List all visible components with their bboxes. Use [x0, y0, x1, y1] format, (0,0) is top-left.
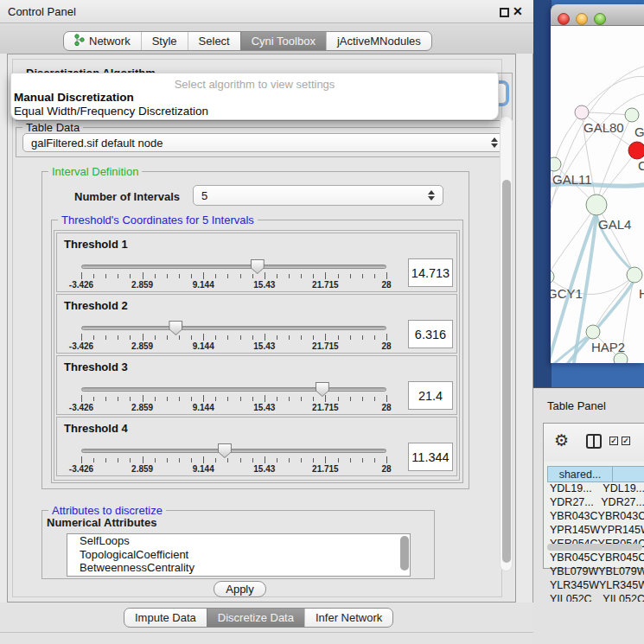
network-node[interactable]: [575, 105, 589, 119]
network-node[interactable]: [628, 142, 644, 159]
top-tabs: NetworkStyleSelectCyni ToolboxjActiveMNo…: [63, 31, 432, 51]
tab-style[interactable]: Style: [141, 32, 188, 50]
threshold-value-field[interactable]: 6.316: [408, 320, 453, 348]
list-item[interactable]: TopologicalCoefficient: [67, 548, 410, 562]
tick-mark: [143, 395, 143, 402]
threshold-panel: Threshold 3-3.4262.8599.14415.4321.71528…: [56, 355, 457, 415]
tick-mark: [203, 456, 204, 463]
numerical-attributes-list[interactable]: SelfLoopsTopologicalCoefficientBetweenne…: [67, 533, 411, 577]
network-node[interactable]: [586, 194, 607, 215]
network-canvas[interactable]: GAL80GAGAL11CGAL4GCY1HHAP2: [551, 26, 644, 363]
node-label: GAL11: [552, 172, 592, 187]
tab-jactivemnodules[interactable]: jActiveMNodules: [326, 32, 431, 50]
list-scrollbar[interactable]: [400, 536, 409, 571]
tab-select[interactable]: Select: [188, 32, 240, 50]
table-column-header[interactable]: name: [613, 466, 644, 482]
network-node[interactable]: [586, 325, 600, 339]
algorithm-popup-item[interactable]: Manual Discretization: [14, 91, 134, 104]
table-toolbar: ⚙ ✓ ✓: [544, 424, 644, 462]
tick-mark: [191, 274, 192, 278]
table-row[interactable]: YLR345WYLR345W: [547, 579, 644, 593]
tick-mark: [252, 274, 253, 278]
thresholds-group: Threshold's Coordinates for 5 Intervals …: [51, 220, 463, 483]
slider-track[interactable]: [81, 449, 386, 453]
split-columns-icon[interactable]: [586, 434, 602, 449]
tick-mark: [105, 458, 106, 462]
tick-label: 2.859: [117, 464, 169, 474]
table-row[interactable]: YIL052CYIL052C: [547, 593, 644, 602]
tick-mark: [227, 335, 228, 340]
control-panel-titlebar: Control Panel ✕: [0, 0, 533, 23]
table-row[interactable]: YDR27...YDR27...: [547, 496, 644, 510]
node-label: C: [638, 158, 644, 173]
node-label: HAP2: [591, 340, 625, 354]
table-row[interactable]: YBR043CYBR043C: [547, 510, 644, 524]
table-horizontal-scrollbar[interactable]: [547, 544, 642, 551]
network-node[interactable]: [551, 157, 561, 171]
checkbox-checked-icon[interactable]: ✓: [609, 437, 618, 445]
list-item[interactable]: BetweennessCentrality: [67, 561, 410, 575]
slider-thumb[interactable]: [316, 382, 329, 397]
table-data-label: Table Data: [22, 121, 83, 134]
network-node[interactable]: [627, 267, 642, 283]
float-window-icon[interactable]: [500, 8, 509, 17]
close-icon[interactable]: ✕: [513, 4, 523, 18]
tab-cyni-toolbox[interactable]: Cyni Toolbox: [240, 32, 326, 50]
tick-mark: [265, 456, 265, 463]
threshold-panel: Threshold 4-3.4262.8599.14415.4321.71528…: [56, 417, 457, 476]
close-traffic-light-icon[interactable]: [558, 13, 570, 25]
algorithm-popup-item[interactable]: Equal Width/Frequency Discretization: [14, 105, 208, 118]
table-data-combobox-value: galFiltered.sif default node: [31, 137, 163, 150]
slider-track[interactable]: [81, 387, 386, 392]
checkbox-checked-icon[interactable]: ✓: [622, 437, 630, 445]
control-panel-scrollbar[interactable]: [500, 116, 513, 571]
slider-track[interactable]: [81, 265, 386, 269]
tick-mark: [179, 458, 180, 462]
slider-thumb[interactable]: [218, 443, 232, 458]
tick-label: 9.144: [177, 464, 229, 474]
threshold-value-field[interactable]: 11.344: [408, 443, 453, 471]
tick-mark: [105, 335, 106, 340]
slider-track[interactable]: [81, 326, 386, 330]
numerical-attributes-label: Numerical Attributes: [47, 516, 156, 529]
table-column-header[interactable]: shared...: [547, 466, 613, 482]
tab-network[interactable]: Network: [64, 32, 141, 50]
tab-impute-data[interactable]: Impute Data: [124, 609, 207, 627]
gear-icon[interactable]: ⚙: [554, 432, 569, 449]
table-cell: YBR043C: [598, 510, 644, 524]
algorithm-dropdown-popup: Select algorithm to view settings Manual…: [10, 73, 499, 120]
window-shadow-strip: [533, 0, 552, 387]
slider-thumb[interactable]: [169, 321, 182, 335]
tick-mark: [227, 458, 228, 462]
list-item[interactable]: SelfLoops: [67, 534, 410, 548]
tick-mark: [338, 397, 339, 401]
table-header: shared...name: [547, 466, 644, 482]
tab-label: Network: [89, 35, 131, 48]
number-of-intervals-combobox[interactable]: 5: [193, 185, 443, 206]
scrollbar-thumb[interactable]: [502, 180, 511, 563]
slider-thumb[interactable]: [251, 259, 265, 274]
network-node[interactable]: [625, 108, 639, 122]
table-row[interactable]: YDL19...YDL19...: [547, 482, 644, 496]
node-label: GAL80: [583, 120, 624, 135]
table-row[interactable]: YBL079WYBL079W: [547, 565, 644, 579]
table-row[interactable]: YBR045CYBR045C: [547, 552, 644, 565]
threshold-value-field[interactable]: 14.713: [408, 258, 453, 287]
tick-mark: [179, 274, 180, 278]
table-cell: YIL052C: [603, 593, 644, 602]
algorithm-popup-prompt: Select algorithm to view settings: [11, 78, 498, 91]
minimize-traffic-light-icon[interactable]: [576, 13, 588, 25]
zoom-traffic-light-icon[interactable]: [594, 13, 606, 25]
threshold-label: Threshold 1: [64, 238, 128, 251]
tab-infer-network[interactable]: Infer Network: [304, 609, 392, 627]
threshold-value-field[interactable]: 21.4: [408, 381, 453, 410]
tick-mark: [105, 397, 106, 401]
tick-label: -3.426: [55, 403, 107, 412]
tick-mark: [265, 272, 265, 279]
threshold-label: Threshold 3: [64, 360, 128, 373]
tick-mark: [301, 335, 302, 340]
apply-button[interactable]: Apply: [214, 581, 266, 597]
tab-discretize-data[interactable]: Discretize Data: [207, 609, 304, 627]
table-data-combobox[interactable]: galFiltered.sif default node: [22, 133, 507, 152]
table-row[interactable]: YPR145WYPR145W: [547, 524, 644, 538]
